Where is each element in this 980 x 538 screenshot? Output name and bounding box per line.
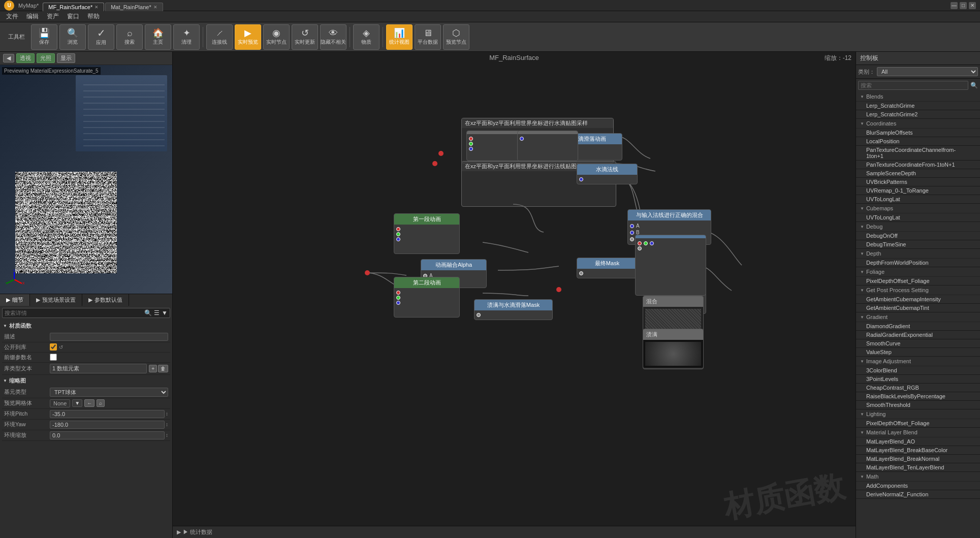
node-anim-stage-1[interactable]: 第一段动画 xyxy=(394,213,460,254)
description-input[interactable] xyxy=(50,333,168,341)
vp-perspective-button[interactable]: 透视 xyxy=(16,53,35,63)
material-params-header[interactable]: ▼ 材质函数 xyxy=(2,320,170,332)
palette-item-ambient-tint[interactable]: GetAmbientCubemapTint xyxy=(856,304,980,312)
palette-item-uv-long-lat-2[interactable]: UVToLongLat xyxy=(856,213,980,222)
maximize-button[interactable]: □ xyxy=(960,2,967,9)
category-select[interactable]: All xyxy=(877,67,978,76)
tab-preview-scene[interactable]: ▶ 预览场景设置 xyxy=(30,294,82,306)
palette-group-header-post-process[interactable]: ▼ Get Post Process Setting xyxy=(856,286,980,295)
menu-window[interactable]: 窗口 xyxy=(63,11,83,22)
detail-search-input[interactable] xyxy=(5,310,144,316)
palette-item-smooth-curve[interactable]: SmoothCurve xyxy=(856,339,980,348)
tab-param-default[interactable]: ▶ 参数默认值 xyxy=(82,294,129,306)
palette-group-header-mat-layer[interactable]: ▼ Material Layer Blend xyxy=(856,428,980,437)
hide-unrelated-button[interactable]: 👁隐藏不相关 xyxy=(320,24,346,50)
platform-data-button[interactable]: 🖥平台数据 xyxy=(415,24,441,50)
remove-array-item-button[interactable]: 🗑 xyxy=(158,365,168,372)
apply-button[interactable]: ✓应用 xyxy=(88,24,114,50)
stats-view-button[interactable]: 📊统计视图 xyxy=(386,24,413,50)
palette-item-mat-layer-normal[interactable]: MatLayerBlend_BreakNormal xyxy=(856,455,980,463)
tab-detail[interactable]: ▶ 细节 xyxy=(0,294,30,306)
mesh-browse-button[interactable]: ← xyxy=(84,399,94,407)
palette-group-header-math[interactable]: ▼ Math xyxy=(856,472,980,482)
palette-item-cheap-contrast[interactable]: CheapContrast_RGB xyxy=(856,384,980,392)
palette-item-lighting-pixel-depth[interactable]: PixelDepthOffset_Foliage xyxy=(856,419,980,428)
palette-group-header-cubemaps[interactable]: ▼ Cubemaps xyxy=(856,204,980,213)
tab-mat-rainplane[interactable]: Mat_RainPlane* ✕ xyxy=(105,3,163,11)
node-group-large[interactable] xyxy=(635,235,706,296)
prefix-param-checkbox[interactable] xyxy=(50,354,57,361)
material-button[interactable]: ◈物质 xyxy=(353,24,380,50)
realtime-preview-button[interactable]: ▶实时预览 xyxy=(235,24,261,50)
palette-item-sample-scene[interactable]: SampleSceneDepth xyxy=(856,169,980,178)
mesh-find-button[interactable]: ⌕ xyxy=(97,399,105,407)
palette-item-blur-sample[interactable]: BlurSampleOffsets xyxy=(856,129,980,137)
palette-item-local-pos[interactable]: LocalPosition xyxy=(856,137,980,146)
palette-item-pan-tex-coord-1[interactable]: PanTextureCoordinateChannelfrom-1ton+1 xyxy=(856,146,980,161)
palette-item-debug-time[interactable]: DebugTimeSine xyxy=(856,240,980,249)
palette-group-header-image-adj[interactable]: ▼ Image Adjustment xyxy=(856,357,980,366)
palette-item-ambient-intensity[interactable]: GetAmbientCubemapIntensity xyxy=(856,295,980,304)
palette-item-add-components[interactable]: AddComponents xyxy=(856,482,980,490)
connect-button[interactable]: ⟋连接线 xyxy=(206,24,233,50)
env-pitch-input[interactable] xyxy=(50,410,165,418)
palette-item-value-step[interactable]: ValueStep xyxy=(856,348,980,357)
env-yaw-input[interactable] xyxy=(50,421,165,429)
preview-mesh-dropdown[interactable]: ▼ xyxy=(72,399,82,407)
node-mini-2[interactable] xyxy=(517,131,578,161)
env-scale-input[interactable] xyxy=(50,431,165,439)
clean-button[interactable]: ✦清理 xyxy=(173,24,200,50)
menu-edit[interactable]: 编辑 xyxy=(22,11,43,22)
palette-item-raise-black[interactable]: RaiseBlackLevelsByPercentage xyxy=(856,392,980,401)
palette-item-radial-gradient[interactable]: RadialGradientExponential xyxy=(856,331,980,339)
prim-type-select[interactable]: TPT球体 xyxy=(50,388,168,397)
palette-item-pixel-depth-foliage[interactable]: PixelDepthOffset_Foliage xyxy=(856,277,980,286)
stats-toggle[interactable]: ▶ ▶ 统计数据 xyxy=(177,528,212,536)
palette-item-depth-from-world[interactable]: DepthFromWorldPosition xyxy=(856,259,980,267)
thumbnail-header[interactable]: ▼ 缩略图 xyxy=(2,375,170,387)
tab-mf-rainsurface[interactable]: MF_RainSurface* ✕ xyxy=(43,3,104,11)
palette-filter-input[interactable] xyxy=(858,81,968,90)
palette-item-pan-tex-coord-2[interactable]: PanTextureCoordinateFrom-1toN+1 xyxy=(856,161,980,169)
close-tab-0[interactable]: ✕ xyxy=(94,5,99,10)
palette-group-header-lighting[interactable]: ▼ Lighting xyxy=(856,409,980,419)
public-library-checkbox[interactable] xyxy=(50,343,57,351)
close-tab-1[interactable]: ✕ xyxy=(153,5,157,10)
palette-group-header-coordinates[interactable]: ▼ Coordinates xyxy=(856,119,980,129)
palette-item-3color-blend[interactable]: 3ColorBlend xyxy=(856,366,980,375)
palette-item-derive-normal[interactable]: DeriveNormalZ_Function xyxy=(856,490,980,499)
center-canvas[interactable]: MF_RainSurface 缩放：-12 xyxy=(173,52,856,538)
node-canvas[interactable]: 在xz平面和yz平面利用世界坐标进行水滴贴图采样 在xz平面和yz平面利用世界坐… xyxy=(173,52,856,538)
menu-file[interactable]: 文件 xyxy=(2,11,22,22)
browse-button[interactable]: 🔍浏览 xyxy=(59,24,86,50)
node-pool-mask[interactable]: 渍满与水滴滑落Mask xyxy=(474,299,553,320)
palette-group-header-foliage[interactable]: ▼ Foliage xyxy=(856,267,980,277)
palette-item-mat-layer-ten[interactable]: MatLayerBlend_TenLayerBlend xyxy=(856,463,980,472)
menu-assets[interactable]: 资产 xyxy=(43,11,63,22)
home-button[interactable]: 🏠主页 xyxy=(145,24,171,50)
search-button[interactable]: ⌕搜索 xyxy=(116,24,143,50)
palette-item-uv-long-lat[interactable]: UVToLongLat xyxy=(856,195,980,204)
node-preview-group-2[interactable]: 渍满 xyxy=(643,329,704,369)
vp-show-button[interactable]: 显示 xyxy=(57,53,75,63)
save-button[interactable]: 💾保存 xyxy=(31,24,57,50)
add-array-item-button[interactable]: + xyxy=(149,365,157,372)
palette-item-diamond-gradient[interactable]: DiamondGradient xyxy=(856,322,980,331)
menu-help[interactable]: 帮助 xyxy=(83,11,104,22)
palette-item-mat-layer-base[interactable]: MatLayerBlend_BreakBaseColor xyxy=(856,446,980,455)
minimize-button[interactable]: — xyxy=(951,2,958,9)
palette-group-header-gradient[interactable]: ▼ Gradient xyxy=(856,312,980,322)
realtime-node-button[interactable]: ◉实时节点 xyxy=(263,24,290,50)
palette-item-mat-layer-ao[interactable]: MatLayerBlend_AO xyxy=(856,437,980,446)
preview-node-button[interactable]: ⬡预览节点 xyxy=(443,24,469,50)
palette-group-header-debug[interactable]: ▼ Debug xyxy=(856,222,980,232)
vp-nav-button[interactable]: ◀ xyxy=(3,54,14,62)
palette-group-header-blends[interactable]: ▼ Blends xyxy=(856,92,980,102)
palette-item-debug-on-off[interactable]: DebugOnOff xyxy=(856,232,980,240)
node-water-normal[interactable]: 水滴法线 xyxy=(577,164,638,184)
palette-group-header-depth[interactable]: ▼ Depth xyxy=(856,249,980,259)
realtime-update-button[interactable]: ↺实时更新 xyxy=(292,24,318,50)
palette-item-lerp-scratch2[interactable]: Lerp_ScratchGrime2 xyxy=(856,110,980,119)
palette-item-lerp-scratch[interactable]: Lerp_ScratchGrime xyxy=(856,102,980,110)
palette-item-3point-levels[interactable]: 3PointLevels xyxy=(856,375,980,384)
